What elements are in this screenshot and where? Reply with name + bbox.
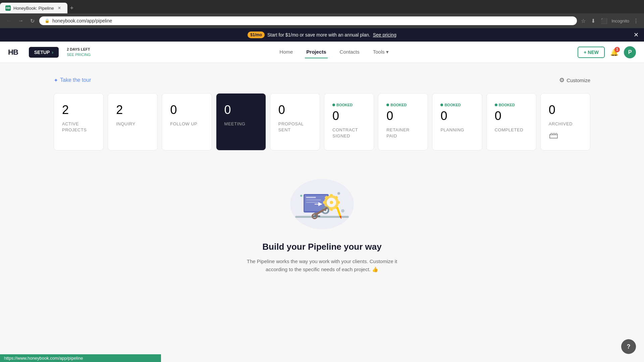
header-actions: + NEW 🔔 1 P (578, 46, 636, 58)
booked-dot-completed (495, 104, 497, 106)
take-tour-label: Take the tour (60, 77, 91, 83)
booked-badge-planning: BOOKED (440, 103, 474, 107)
card-label-proposal: PROPOSALSENT (278, 121, 312, 133)
card-label-meeting: MEETING (224, 121, 258, 127)
trial-link[interactable]: SEE PRICING (67, 53, 91, 57)
archive-icon: 🗃 (549, 130, 558, 141)
hb-logo: HB (8, 48, 18, 57)
svg-point-12 (330, 201, 333, 204)
pipeline-card-completed[interactable]: BOOKED 0 COMPLETED (486, 93, 536, 150)
svg-rect-13 (330, 194, 333, 197)
promo-banner: $1/mo Start for $1/mo or save more with … (0, 28, 644, 42)
pipeline-card-active[interactable]: 2 ACTIVEPROJECTS (54, 93, 104, 150)
card-label-retainer: RETAINERPAID (386, 127, 420, 139)
pipeline-card-proposal-sent[interactable]: 0 PROPOSALSENT (270, 93, 320, 150)
main-content: ✦ Take the tour ⚙ Customize 2 ACTIVEPROJ… (0, 63, 644, 362)
avatar-button[interactable]: P (624, 46, 636, 58)
address-bar[interactable]: 🔒 honeybook.com/app/pipeline (39, 16, 577, 25)
pipeline-card-contract-signed[interactable]: BOOKED 0 CONTRACTSIGNED (324, 93, 374, 150)
booked-dot-contract (332, 104, 335, 106)
app-header: HB SETUP › 2 DAYS LEFT SEE PRICING Home … (0, 42, 644, 63)
pipeline-card-follow-up[interactable]: 0 FOLLOW UP (162, 93, 212, 150)
svg-rect-5 (306, 199, 321, 200)
empty-state-title: Build your Pipeline your way (262, 242, 381, 252)
svg-rect-9 (312, 216, 320, 217)
pipeline-card-meeting[interactable]: 0 MEETING (216, 93, 266, 150)
card-number-archived: 0 (549, 103, 555, 117)
browser-chrome: HB HoneyBook: Pipeline ✕ + ← → ↻ 🔒 honey… (0, 0, 644, 28)
pipeline-card-planning[interactable]: BOOKED 0 PLANNING (432, 93, 482, 150)
trial-info: 2 DAYS LEFT SEE PRICING (67, 47, 91, 57)
booked-dot-planning (440, 104, 443, 106)
pipeline-card-inquiry[interactable]: 2 INQUIRY (108, 93, 158, 150)
setup-arrow: › (52, 50, 53, 55)
nav-home[interactable]: Home (278, 46, 294, 58)
notification-badge: 1 (614, 47, 620, 52)
booked-dot-retainer (386, 104, 389, 106)
card-number-proposal: 0 (278, 103, 312, 117)
svg-rect-6 (306, 202, 319, 203)
take-tour-button[interactable]: ✦ Take the tour (54, 77, 91, 83)
browser-toolbar: ← → ↻ 🔒 honeybook.com/app/pipeline ☆ ⬇ ⬛… (0, 13, 644, 28)
nav-tools[interactable]: Tools ▾ (372, 46, 390, 58)
svg-rect-19 (323, 201, 326, 204)
notifications-button[interactable]: 🔔 1 (610, 48, 619, 56)
card-label-follow-up: FOLLOW UP (170, 121, 203, 127)
toolbar-actions: ☆ ⬇ ⬛ Incognito ⋮ (580, 16, 640, 25)
banner-close-button[interactable]: ✕ (634, 31, 639, 39)
card-number-inquiry: 2 (116, 103, 149, 117)
booked-badge-retainer: BOOKED (386, 103, 420, 107)
card-number-contract: 0 (332, 109, 366, 123)
card-number-active: 2 (62, 103, 95, 117)
svg-rect-15 (337, 201, 340, 204)
tab-favicon: HB (5, 5, 11, 11)
setup-label: SETUP (34, 50, 50, 55)
card-label-archived: ARCHIVED (549, 121, 573, 127)
card-number-meeting: 0 (224, 103, 258, 117)
setup-button[interactable]: SETUP › (29, 47, 59, 58)
main-nav: Home Projects Contacts Tools ▾ (99, 46, 570, 58)
pipeline-card-retainer-paid[interactable]: BOOKED 0 RETAINERPAID (378, 93, 428, 150)
incognito-label: Incognito (611, 18, 629, 23)
trial-days: 2 DAYS LEFT (67, 47, 91, 52)
browser-tabs: HB HoneyBook: Pipeline ✕ + (0, 0, 644, 13)
empty-state: Build your Pipeline your way The Pipelin… (54, 171, 590, 287)
card-label-completed: COMPLETED (495, 127, 528, 133)
svg-point-30 (341, 209, 344, 213)
svg-rect-4 (306, 197, 316, 198)
download-button[interactable]: ⬇ (590, 16, 597, 25)
tab-close-button[interactable]: ✕ (57, 5, 62, 11)
bookmark-button[interactable]: ☆ (580, 16, 587, 25)
card-number-follow-up: 0 (170, 103, 203, 117)
status-bar: https://www.honeybook.com/app/pipeline (0, 354, 161, 362)
see-pricing-link[interactable]: See pricing (373, 32, 396, 38)
svg-rect-17 (330, 208, 333, 211)
forward-button[interactable]: → (16, 16, 25, 25)
promo-badge: $1/mo (248, 32, 265, 38)
refresh-button[interactable]: ↻ (28, 16, 37, 25)
extensions-button[interactable]: ⬛ (599, 16, 609, 25)
top-actions-row: ✦ Take the tour ⚙ Customize (54, 76, 590, 84)
lock-icon: 🔒 (45, 18, 50, 23)
tab-title: HoneyBook: Pipeline (13, 6, 54, 11)
help-button[interactable]: ? (621, 339, 636, 354)
nav-projects[interactable]: Projects (305, 46, 327, 58)
pipeline-card-archived[interactable]: 0 ARCHIVED 🗃 (540, 93, 590, 150)
nav-contacts[interactable]: Contacts (338, 46, 361, 58)
card-label-planning: PLANNING (440, 127, 474, 133)
card-number-retainer: 0 (386, 109, 420, 123)
card-number-planning: 0 (440, 109, 474, 123)
new-tab-button[interactable]: + (67, 3, 76, 13)
customize-label: Customize (567, 77, 590, 83)
address-text: honeybook.com/app/pipeline (52, 18, 572, 23)
active-tab[interactable]: HB HoneyBook: Pipeline ✕ (0, 3, 67, 13)
customize-icon: ⚙ (559, 76, 565, 84)
star-icon: ✦ (54, 77, 58, 83)
back-button[interactable]: ← (4, 16, 13, 25)
booked-badge-completed: BOOKED (495, 103, 528, 107)
customize-button[interactable]: ⚙ Customize (559, 76, 590, 84)
tools-dropdown-icon: ▾ (386, 49, 389, 55)
menu-button[interactable]: ⋮ (632, 16, 640, 25)
new-button[interactable]: + NEW (578, 47, 605, 58)
booked-badge-contract: BOOKED (332, 103, 366, 107)
